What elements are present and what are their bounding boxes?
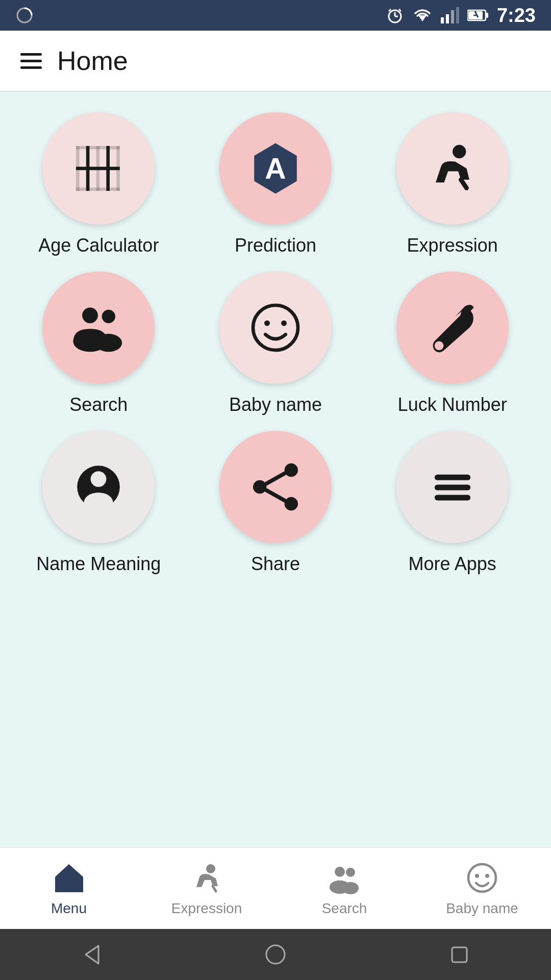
spinner-icon [15, 6, 34, 24]
svg-rect-8 [446, 14, 449, 23]
age-calculator-icon [70, 140, 127, 197]
app-item-baby-name[interactable]: Baby name [192, 272, 359, 415]
more-apps-icon [424, 459, 481, 515]
svg-line-44 [266, 491, 284, 501]
name-meaning-icon [70, 459, 127, 515]
recents-button[interactable] [444, 939, 474, 970]
svg-point-57 [468, 864, 496, 892]
nav-item-expression[interactable]: Expression [138, 861, 276, 917]
svg-point-26 [453, 145, 466, 158]
nav-label-menu: Menu [51, 900, 87, 917]
svg-rect-47 [434, 495, 470, 500]
app-bar: Home [0, 31, 551, 92]
svg-point-59 [485, 874, 489, 878]
app-label-share: Share [251, 553, 300, 575]
svg-point-42 [253, 480, 266, 494]
baby-name-nav-icon [464, 861, 500, 896]
svg-point-28 [102, 310, 115, 323]
svg-rect-9 [451, 10, 454, 23]
app-circle-luck-number [396, 272, 509, 384]
svg-rect-45 [434, 475, 470, 480]
svg-rect-23 [76, 187, 120, 191]
nav-label-baby-name: Baby name [446, 900, 518, 917]
nav-item-baby-name[interactable]: Baby name [413, 861, 551, 917]
expression-icon [424, 140, 481, 197]
share-icon [247, 459, 304, 515]
prediction-icon: A [247, 140, 304, 197]
svg-point-40 [285, 463, 298, 477]
luck-number-icon [424, 300, 481, 356]
svg-line-4 [389, 9, 391, 11]
svg-text:A: A [265, 152, 286, 185]
svg-point-32 [74, 332, 106, 351]
app-label-luck-number: Luck Number [398, 394, 507, 415]
search-icon [70, 300, 127, 356]
app-item-share[interactable]: Share [192, 431, 359, 575]
svg-rect-46 [434, 485, 470, 491]
bottom-nav: Menu Expression Search [0, 847, 551, 929]
signal-icon [441, 7, 459, 23]
svg-point-34 [264, 321, 270, 326]
status-left [15, 6, 34, 24]
svg-point-35 [281, 321, 287, 326]
baby-name-icon [247, 300, 304, 356]
svg-point-39 [84, 493, 113, 513]
svg-point-38 [91, 471, 107, 487]
app-circle-age-calculator [42, 112, 155, 225]
app-item-more-apps[interactable]: More Apps [369, 431, 536, 575]
svg-point-33 [253, 305, 298, 350]
svg-point-27 [82, 307, 98, 323]
app-label-name-meaning: Name Meaning [36, 553, 161, 575]
app-item-luck-number[interactable]: Luck Number [369, 272, 536, 415]
svg-rect-10 [456, 7, 459, 23]
app-circle-more-apps [396, 431, 509, 543]
app-label-baby-name: Baby name [229, 394, 322, 415]
back-button[interactable] [77, 939, 107, 970]
battery-icon [467, 8, 489, 22]
svg-point-50 [206, 864, 215, 873]
svg-rect-12 [486, 13, 488, 18]
svg-point-61 [266, 945, 285, 964]
app-circle-name-meaning [42, 431, 155, 543]
svg-point-58 [475, 874, 479, 878]
svg-point-52 [346, 868, 355, 877]
app-label-prediction: Prediction [235, 235, 316, 256]
app-circle-expression [396, 112, 509, 225]
home-nav-icon [51, 861, 87, 896]
app-label-age-calculator: Age Calculator [38, 235, 159, 256]
nav-item-search[interactable]: Search [276, 861, 413, 917]
app-label-expression: Expression [407, 235, 498, 256]
nav-item-menu[interactable]: Menu [0, 861, 138, 917]
app-circle-share [219, 431, 332, 543]
app-circle-prediction: A [219, 112, 332, 225]
svg-point-51 [335, 867, 345, 877]
svg-line-43 [266, 474, 284, 484]
svg-marker-60 [86, 946, 98, 964]
svg-point-56 [330, 880, 350, 894]
svg-point-36 [434, 341, 443, 350]
time-display: 7:23 [497, 5, 536, 27]
home-button[interactable] [260, 939, 291, 970]
alarm-icon [386, 6, 404, 24]
app-item-search[interactable]: Search [15, 272, 182, 415]
svg-rect-22 [76, 167, 120, 170]
nav-label-expression: Expression [171, 900, 242, 917]
system-nav-bar [0, 929, 551, 980]
expression-nav-icon [189, 861, 224, 896]
svg-rect-7 [441, 17, 444, 23]
app-item-expression[interactable]: Expression [369, 112, 536, 256]
svg-point-41 [285, 497, 298, 510]
app-item-name-meaning[interactable]: Name Meaning [15, 431, 182, 575]
hamburger-menu[interactable] [20, 53, 42, 69]
app-circle-baby-name [219, 272, 332, 384]
app-grid: Age Calculator A Prediction [15, 112, 536, 575]
app-label-search: Search [69, 394, 128, 415]
search-people-nav-icon [327, 861, 362, 896]
svg-rect-49 [64, 883, 74, 892]
svg-rect-21 [76, 146, 120, 150]
svg-marker-6 [418, 15, 427, 21]
wifi-icon [412, 7, 433, 23]
app-item-prediction[interactable]: A Prediction [192, 112, 359, 256]
app-item-age-calculator[interactable]: Age Calculator [15, 112, 182, 256]
status-bar: 7:23 [0, 0, 551, 31]
